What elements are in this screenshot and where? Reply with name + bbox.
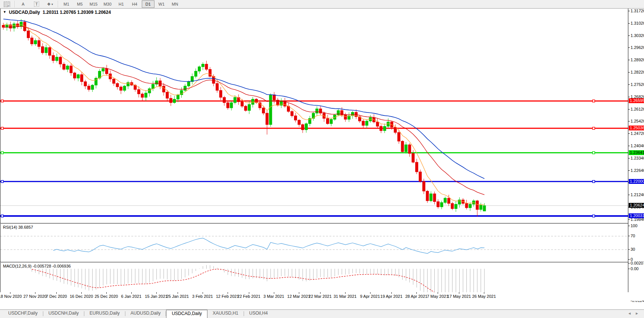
chevron-down-icon[interactable]: ▼	[3, 10, 6, 15]
objects-icon: ❖	[47, 2, 51, 7]
tab-usdchf[interactable]: USDCHF,Daily	[3, 310, 43, 317]
horizontal-line-1.20031[interactable]	[0, 215, 628, 217]
date-label-28-Apr-2021: 28 Apr 2021	[405, 294, 427, 299]
date-tick	[459, 292, 459, 294]
rsi-tick-100: 100	[631, 223, 637, 228]
horizontal-line-1.26595[interactable]	[0, 100, 628, 102]
objects-dropdown-button[interactable]: ❖ ▾	[44, 0, 56, 8]
moving-average-19	[3, 27, 484, 195]
horizontal-line-1.22000[interactable]	[0, 180, 628, 183]
period-button-w1[interactable]: W1	[155, 0, 168, 8]
period-button-m30[interactable]: M30	[101, 0, 114, 8]
scroll-left-icon[interactable]: ◄	[628, 311, 631, 315]
date-label-12-Mar-2021: 12 Mar 2021	[287, 294, 310, 299]
period-button-m15[interactable]: M15	[87, 0, 100, 8]
price-tick-1.22640: 1.22640	[631, 168, 644, 173]
macd-tick-0.002074: 0.002074	[631, 261, 644, 265]
date-tick	[131, 292, 132, 294]
line-price-tag-1.22000: 1.22000	[629, 179, 644, 184]
price-tick-1.26120: 1.26120	[631, 107, 644, 111]
date-label-25-Dec-2020: 25 Dec 2020	[95, 294, 118, 299]
price-tick-1.28220: 1.28220	[631, 70, 644, 74]
text-label-button[interactable]: A	[17, 0, 29, 8]
period-button-m5[interactable]: M5	[74, 0, 86, 8]
toolbar-separator	[58, 1, 59, 7]
date-tick	[228, 292, 228, 294]
ohlc-values: 1.20311 1.20765 1.20309 1.20624	[43, 10, 111, 15]
date-tick	[56, 292, 57, 294]
period-button-d1[interactable]: D1	[142, 0, 154, 8]
date-tick	[416, 292, 417, 294]
line-handle[interactable]	[1, 152, 3, 154]
date-label-3-Feb-2021: 3 Feb 2021	[192, 294, 213, 299]
date-tick	[484, 292, 484, 294]
chart-template-button[interactable]: F	[0, 0, 13, 8]
period-button-m1[interactable]: M1	[60, 0, 73, 8]
chart-region: ▼ USDCAD,Daily 1.20311 1.20765 1.20309 1…	[0, 9, 644, 309]
rsi-plot	[0, 224, 628, 262]
line-handle[interactable]	[1, 180, 3, 183]
price-tick-1.23340: 1.23340	[631, 156, 644, 160]
line-handle[interactable]	[593, 127, 595, 129]
line-price-tag-1.25036: 1.25036	[629, 126, 644, 130]
price-tick-1.31020: 1.31020	[631, 21, 644, 25]
date-axis[interactable]: 18 Nov 202027 Nov 20207 Dec 202016 Dec 2…	[0, 292, 644, 301]
current-price-tag: 1.20624	[629, 203, 644, 208]
scroll-right-icon[interactable]: ►	[635, 311, 639, 315]
date-label-31-Mar-2021: 31 Mar 2021	[334, 294, 357, 299]
line-handle[interactable]	[1, 215, 3, 217]
line-price-tag-1.23641: 1.23641	[629, 150, 644, 155]
date-tick	[320, 292, 321, 294]
tab-usdcnh[interactable]: USDCNH,Daily	[43, 310, 84, 317]
line-handle[interactable]	[593, 215, 595, 217]
toolbar: F A T ❖ ▾ M1M5M15M30H1H4D1W1MN	[0, 0, 644, 9]
price-tick-1.31720: 1.31720	[631, 9, 644, 13]
line-handle[interactable]	[593, 180, 595, 183]
tab-eurusd[interactable]: EURUSD,Daily	[84, 310, 125, 317]
price-tick-1.27520: 1.27520	[631, 82, 644, 87]
date-tick	[35, 292, 35, 294]
date-tick	[81, 292, 82, 294]
symbol-period-label: USDCAD,Daily	[9, 10, 40, 15]
date-label-15-Jan-2021: 15 Jan 2021	[145, 294, 168, 299]
date-label-22-Feb-2021: 22 Feb 2021	[237, 294, 260, 299]
date-label-7-May-2021: 7 May 2021	[427, 294, 448, 299]
main-chart-pane[interactable]: ▼ USDCAD,Daily 1.20311 1.20765 1.20309 1…	[0, 9, 628, 223]
period-button-h4[interactable]: H4	[128, 0, 141, 8]
line-handle[interactable]	[1, 100, 3, 102]
date-tick	[274, 292, 274, 294]
rsi-pane[interactable]: RSI(14) 38.6857	[0, 224, 628, 262]
date-label-12-Feb-2021: 12 Feb 2021	[216, 294, 239, 299]
date-label-16-Dec-2020: 16 Dec 2020	[70, 294, 93, 299]
line-handle[interactable]	[593, 152, 595, 154]
period-button-mn[interactable]: MN	[169, 0, 181, 8]
tab-usoil[interactable]: USOil,H4	[244, 310, 273, 317]
line-handle[interactable]	[1, 127, 3, 129]
horizontal-line-1.23641[interactable]	[0, 152, 628, 154]
price-axis[interactable]: 1.317201.310201.303201.296201.289201.282…	[628, 9, 644, 301]
tab-xauusd[interactable]: XAUUSD,H1	[207, 310, 244, 317]
tab-audusd[interactable]: AUDUSD,Daily	[125, 310, 166, 317]
line-price-tag-1.20031: 1.20031	[629, 213, 644, 218]
line-handle[interactable]	[593, 100, 595, 102]
date-tick	[106, 292, 107, 294]
period-button-h1[interactable]: H1	[115, 0, 128, 8]
line-price-tag-1.26595: 1.26595	[629, 98, 644, 103]
text-tool-button[interactable]: T	[30, 0, 43, 8]
date-label-27-Nov-2020: 27 Nov 2020	[24, 294, 47, 299]
rsi-line	[53, 238, 485, 253]
candlestick-chart	[0, 9, 628, 223]
toolbar-separator	[15, 1, 15, 7]
chart-title: ▼ USDCAD,Daily 1.20311 1.20765 1.20309 1…	[3, 10, 111, 15]
date-label-22-Mar-2021: 22 Mar 2021	[309, 294, 332, 299]
period-buttons: M1M5M15M30H1H4D1W1MN	[60, 0, 182, 8]
horizontal-line-1.25036[interactable]	[0, 127, 628, 129]
date-tick	[156, 292, 157, 294]
tab-scroll-arrows: ◄ ►	[628, 311, 644, 315]
price-tick-1.24040: 1.24040	[631, 143, 644, 148]
tab-usdcad[interactable]: USDCAD,Daily	[166, 310, 207, 318]
date-tick	[299, 292, 299, 294]
date-label-18-Nov-2020: 18 Nov 2020	[0, 294, 22, 299]
text-tool-icon: T	[34, 1, 40, 7]
date-tick	[438, 292, 438, 294]
